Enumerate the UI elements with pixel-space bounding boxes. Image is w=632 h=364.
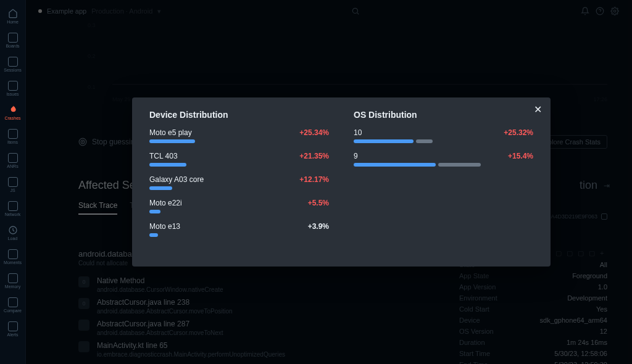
sidebar-item-boards[interactable]: Boards (1, 30, 25, 51)
sidebar-label: Items (7, 140, 18, 144)
sidebar-label: Home (7, 20, 19, 24)
app-root: HomeBoardsSessionsIssuesCrashesItemsANRs… (0, 0, 632, 364)
compare-icon (8, 297, 18, 307)
os-dist-name: 10 (354, 128, 362, 137)
sidebar-item-items[interactable]: Items (1, 126, 25, 147)
sidebar-label: Compare (4, 308, 22, 313)
sidebar-label: ANRs (7, 164, 18, 168)
device-dist-bar (149, 233, 291, 237)
device-dist-bar (149, 210, 291, 213)
sidebar-item-issues[interactable]: Issues (1, 78, 25, 99)
issues-icon (8, 81, 18, 91)
sidebar-item-compare[interactable]: Compare (1, 295, 25, 315)
device-dist-row: Moto e13+3.9% (149, 222, 329, 237)
device-dist-row: Moto e22i+5.5% (149, 199, 329, 213)
sidebar-label: JS (10, 188, 15, 192)
sidebar-item-crashes[interactable]: Crashes (1, 102, 25, 123)
sidebar-label: Alerts (7, 333, 19, 337)
sidebar-item-network[interactable]: Network (1, 199, 25, 219)
js-icon (8, 177, 18, 187)
device-dist-name: Galaxy A03 core (149, 175, 204, 184)
os-distribution-column: OS Distribution 10+25.32%9+15.4% (354, 110, 533, 254)
sidebar-item-moments[interactable]: Moments (1, 247, 25, 267)
device-dist-name: Moto e22i (149, 199, 182, 207)
memory-icon (8, 273, 18, 283)
os-dist-row: 10+25.32% (354, 128, 533, 143)
device-dist-name: Moto e13 (149, 222, 180, 231)
os-dist-name: 9 (354, 152, 358, 160)
sessions-icon (8, 57, 18, 67)
sidebar-item-anrs[interactable]: ANRs (1, 151, 25, 171)
sidebar-item-sessions[interactable]: Sessions (1, 54, 25, 75)
os-dist-bar (354, 139, 496, 143)
sidebar-item-home[interactable]: Home (1, 6, 25, 27)
sidebar-label: Boards (6, 44, 19, 48)
device-dist-title: Device Distribution (149, 110, 329, 120)
boards-icon (8, 33, 18, 43)
os-dist-bar (354, 163, 496, 167)
device-dist-row: Moto e5 play+25.34% (149, 128, 329, 143)
device-dist-bar (149, 163, 291, 167)
network-icon (8, 201, 18, 211)
device-dist-pct: +12.17% (299, 175, 329, 184)
alerts-icon (8, 321, 18, 331)
device-dist-row: TCL 403+21.35% (149, 152, 329, 167)
device-dist-pct: +25.34% (299, 128, 329, 137)
device-dist-pct: +3.9% (308, 222, 329, 231)
sidebar-item-alerts[interactable]: Alerts (1, 319, 25, 339)
sidebar-item-load[interactable]: Load (1, 223, 25, 243)
anrs-icon (8, 153, 18, 163)
sidebar-label: Memory (5, 284, 20, 289)
sidebar-label: Crashes (4, 116, 20, 120)
device-dist-row: Galaxy A03 core+12.17% (149, 175, 329, 190)
device-dist-name: Moto e5 play (149, 128, 192, 137)
device-dist-pct: +21.35% (299, 152, 329, 160)
os-dist-pct: +25.32% (504, 128, 533, 137)
os-dist-row: 9+15.4% (354, 152, 533, 167)
sidebar-label: Issues (6, 92, 19, 96)
close-icon[interactable]: ✕ (534, 104, 542, 115)
sidebar-item-js[interactable]: JS (1, 175, 25, 195)
device-dist-bar (149, 139, 291, 143)
os-dist-title: OS Distribution (354, 110, 533, 120)
device-dist-bar (149, 186, 291, 190)
sidebar-label: Network (5, 212, 21, 217)
moments-icon (8, 249, 18, 259)
items-icon (8, 129, 18, 139)
device-dist-name: TCL 403 (149, 152, 178, 160)
sidebar-item-memory[interactable]: Memory (1, 271, 25, 291)
sidebar-label: Moments (4, 260, 22, 265)
os-dist-pct: +15.4% (508, 152, 533, 160)
main-area: Example app Production · Android ▾ 0.30.… (26, 0, 632, 364)
left-nav: HomeBoardsSessionsIssuesCrashesItemsANRs… (0, 0, 26, 364)
device-distribution-column: Device Distribution Moto e5 play+25.34%T… (149, 110, 329, 254)
distribution-modal: ✕ Device Distribution Moto e5 play+25.34… (132, 97, 551, 267)
device-dist-pct: +5.5% (308, 199, 329, 207)
sidebar-label: Sessions (4, 68, 21, 72)
sidebar-label: Load (8, 236, 18, 241)
